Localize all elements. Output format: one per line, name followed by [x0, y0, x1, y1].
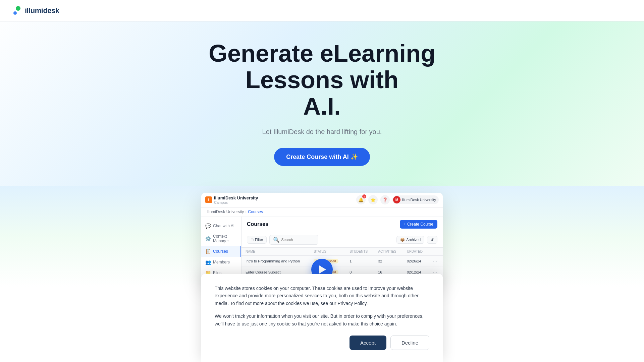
course-updated-1: 02/26/24 [403, 255, 429, 266]
toolbar-right: 📦 Archived ↺ [396, 236, 437, 244]
hero-section: Generate eLearning Lessons with A.I. Let… [0, 0, 644, 186]
logo-dot-green [16, 6, 20, 11]
help-button[interactable]: ❓ [380, 195, 390, 204]
chat-icon: 💬 [205, 223, 211, 229]
hero-title-line2: A.I. [303, 93, 341, 120]
app-org-info: IllumiDesk University Campus [214, 195, 258, 204]
notification-badge: 1 [362, 194, 366, 198]
courses-table: NAME STATUS STUDENTS ACTIVITIES UPDATED … [241, 248, 443, 278]
user-chip[interactable]: M IllumiDesk University [392, 195, 439, 204]
logo-icon [13, 6, 23, 15]
help-icon: ❓ [382, 197, 388, 202]
star-button[interactable]: ⭐ [368, 195, 378, 204]
members-icon: 👥 [205, 259, 211, 265]
context-icon: ⚙️ [205, 236, 211, 241]
app-org-name: IllumiDesk University [214, 195, 258, 200]
refresh-button[interactable]: ↺ [427, 236, 437, 244]
filter-label: Filter [255, 238, 263, 242]
col-status: STATUS [310, 248, 345, 256]
app-main: Courses + Create Course ⊟ Filter 🔍 [241, 217, 443, 284]
cookie-text-2: We won't track your information when you… [215, 312, 429, 327]
app-topbar: I IllumiDesk University Campus 🔔 1 ⭐ ❓ [201, 193, 443, 207]
course-activities-1: 32 [374, 255, 403, 266]
hero-subtitle: Let IllumiDesk do the hard lifting for y… [262, 128, 382, 136]
hero-title: Generate eLearning Lessons with A.I. [171, 40, 473, 120]
col-name: NAME [241, 248, 310, 256]
app-favicon: I [205, 196, 212, 203]
refresh-icon: ↺ [431, 238, 434, 242]
breadcrumb-home[interactable]: IllumiDesk University [207, 209, 244, 214]
sidebar-item-context-manager[interactable]: ⚙️ Context Manager [201, 231, 241, 246]
sidebar-item-chat-with-ai[interactable]: 💬 Chat with AI [201, 221, 241, 231]
table-row: Intro to Programming and Python Unpublis… [241, 255, 443, 266]
create-course-button[interactable]: + Create Course [400, 220, 437, 229]
header: illumidesk [0, 0, 644, 21]
cookie-banner: This website stores cookies on your comp… [201, 274, 443, 362]
accept-button[interactable]: Accept [350, 336, 386, 350]
toolbar-left: ⊟ Filter 🔍 [247, 235, 318, 245]
play-icon [319, 265, 326, 274]
logo: illumidesk [13, 6, 59, 15]
filter-button[interactable]: ⊟ Filter [247, 236, 267, 244]
filter-icon: ⊟ [251, 238, 254, 242]
course-more-1: ⋯ [429, 255, 443, 266]
app-org-sub: Campus [214, 200, 258, 204]
courses-toolbar: ⊟ Filter 🔍 📦 Archived [241, 232, 443, 248]
sidebar-label-courses: Courses [213, 249, 228, 254]
avatar: M [393, 196, 400, 203]
course-students-1: 1 [345, 255, 374, 266]
courses-icon: 📋 [205, 249, 211, 254]
col-activities: ACTIVITIES [374, 248, 403, 256]
cookie-text-1: This website stores cookies on your comp… [215, 285, 429, 307]
breadcrumb: IllumiDesk University › Courses [201, 207, 443, 217]
sidebar-item-members[interactable]: 👥 Members [201, 257, 241, 267]
app-window: I IllumiDesk University Campus 🔔 1 ⭐ ❓ [201, 193, 443, 284]
app-topbar-right: 🔔 1 ⭐ ❓ M IllumiDesk University [356, 195, 439, 204]
sidebar-item-courses[interactable]: 📋 Courses [201, 246, 241, 257]
table-header-row: NAME STATUS STUDENTS ACTIVITIES UPDATED [241, 248, 443, 256]
course-name-1: Intro to Programming and Python [241, 255, 310, 266]
col-updated: UPDATED [403, 248, 429, 256]
breadcrumb-separator: › [245, 209, 247, 214]
hero-title-line1: Generate eLearning Lessons with [209, 40, 435, 93]
breadcrumb-current: Courses [248, 209, 263, 214]
cookie-actions: Accept Decline [215, 336, 429, 350]
archive-icon: 📦 [400, 238, 405, 242]
col-students: STUDENTS [345, 248, 374, 256]
star-icon: ⭐ [370, 197, 376, 202]
archived-button[interactable]: 📦 Archived [396, 236, 424, 244]
preview-section: I IllumiDesk University Campus 🔔 1 ⭐ ❓ [0, 186, 644, 287]
search-container: 🔍 [269, 235, 318, 245]
create-course-ai-button[interactable]: Create Course with AI ✨ [274, 148, 370, 166]
courses-header: Courses + Create Course [241, 217, 443, 232]
decline-button[interactable]: Decline [390, 336, 429, 350]
app-topbar-left: I IllumiDesk University Campus [205, 195, 258, 204]
user-chip-label: IllumiDesk University [402, 198, 436, 202]
sidebar-label-members: Members [213, 260, 230, 264]
courses-page-title: Courses [247, 221, 268, 227]
logo-dot-blue [13, 11, 17, 15]
search-icon: 🔍 [273, 237, 280, 243]
logo-text: illumidesk [25, 6, 59, 15]
sidebar-label-context: Context Manager [213, 234, 237, 243]
app-sidebar: 💬 Chat with AI ⚙️ Context Manager 📋 Cour… [201, 217, 241, 284]
archived-label: Archived [406, 238, 421, 242]
more-button-1[interactable]: ⋯ [433, 258, 437, 264]
sidebar-label-chat: Chat with AI [213, 224, 234, 228]
col-actions [429, 248, 443, 256]
notification-button[interactable]: 🔔 1 [356, 195, 366, 204]
search-input[interactable] [281, 238, 315, 242]
